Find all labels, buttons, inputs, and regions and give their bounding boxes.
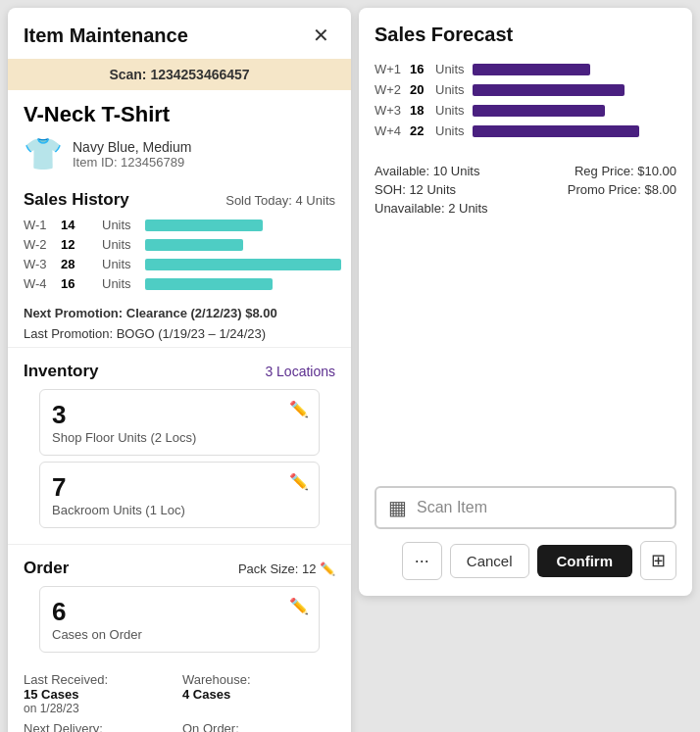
forecast-bars: W+1 16 Units W+2 20 Units W+3 18 Units W… [375,62,676,144]
cases-edit-icon[interactable]: ✏️ [289,597,309,615]
backroom-box: 7 Backroom Units (1 Loc) ✏️ [39,462,320,528]
cases-on-order-box: 6 Cases on Order ✏️ [39,586,320,653]
cancel-button[interactable]: Cancel [450,544,529,578]
forecast-units-label: Units [435,123,467,138]
tshirt-icon: 👕 [24,135,63,172]
forecast-units-label: Units [435,103,467,118]
pack-size: Pack Size: 12 ✏️ [238,561,335,576]
forecast-bar [473,125,639,137]
item-detail-row: 👕 Navy Blue, Medium Item ID: 123456789 [24,135,335,172]
forecast-week: W+3 [375,103,404,118]
forecast-row: W+1 16 Units [375,62,676,76]
bar-container [145,220,335,231]
last-received-date: on 1/28/23 [24,702,176,715]
forecast-bar [473,64,590,75]
inventory-section: Inventory 3 Locations 3 Shop Floor Units… [8,352,351,540]
units-suffix: Units [102,237,131,252]
scan-input-row[interactable]: ▦ Scan Item [375,486,676,529]
sold-today: Sold Today: 4 Units [225,193,335,208]
grid-view-button[interactable]: ⊞ [640,541,676,580]
scan-value: 1234253466457 [150,67,249,82]
forecast-bar [473,84,625,96]
locations-link[interactable]: 3 Locations [265,364,335,379]
item-color-size: Navy Blue, Medium [73,139,191,155]
item-name: V-Neck T-Shirt [24,102,335,127]
next-promo-value: Clearance (2/12/23) $8.00 [126,306,277,320]
sales-history-section: Sales History Sold Today: 4 Units W-1 14… [8,180,351,302]
bar-container [145,239,335,251]
bar [145,278,273,290]
forecast-bar-container [473,84,676,96]
units-suffix: Units [102,257,131,271]
sales-forecast-panel: Sales Forecast W+1 16 Units W+2 20 Units… [359,8,692,596]
history-row: W-3 28 Units [24,257,335,271]
units-suffix: Units [102,218,131,232]
next-delivery-label: Next Delivery: [24,721,176,732]
item-maintenance-panel: Item Maintenance ✕ Scan: 1234253466457 V… [8,8,351,732]
bar [145,220,263,231]
forecast-units: 16 [410,62,429,76]
forecast-units: 18 [410,103,429,118]
last-received: Last Received: 15 Cases on 1/28/23 [24,672,176,715]
stat-unavailable: Unavailable: 2 Units [375,201,518,216]
action-buttons-row: ··· Cancel Confirm ⊞ [375,541,676,580]
week-label: W-2 [24,237,53,252]
forecast-row: W+4 22 Units [375,123,676,138]
on-order-label: On Order: [182,721,335,732]
history-row: W-4 16 Units [24,276,335,291]
backroom-number: 7 [52,472,307,503]
week-label: W-4 [24,276,53,291]
next-delivery: Next Delivery: 5 Cases on 3/15/23 [24,721,176,732]
next-promo: Next Promotion: Clearance (2/12/23) $8.0… [8,302,351,322]
scan-label: Scan: [109,67,146,82]
more-options-button[interactable]: ··· [402,542,442,580]
inventory-title: Inventory [24,362,99,381]
confirm-button[interactable]: Confirm [537,545,633,577]
pack-edit-icon[interactable]: ✏️ [320,561,335,576]
sales-history-title: Sales History [24,190,129,210]
order-details-grid: Last Received: 15 Cases on 1/28/23 Wareh… [8,664,351,732]
stat-soh: SOH: 12 Units [375,182,518,197]
shop-floor-number: 3 [52,400,307,430]
forecast-bar-container [473,64,676,75]
units-value: 14 [61,218,98,232]
warehouse-label: Warehouse: [182,672,335,687]
shop-floor-edit-icon[interactable]: ✏️ [289,400,309,418]
history-row: W-2 12 Units [24,237,335,252]
last-received-label: Last Received: [24,672,176,687]
stats-grid: Available: 10 Units Reg Price: $10.00 SO… [375,164,676,216]
history-row: W-1 14 Units [24,218,335,232]
warehouse: Warehouse: 4 Cases [182,672,335,715]
cases-number: 6 [52,597,307,627]
sales-history-bars: W-1 14 Units W-2 12 Units W-3 28 Units W… [24,218,335,291]
barcode-icon: ▦ [388,496,407,519]
backroom-label: Backroom Units (1 Loc) [52,503,307,517]
item-id: Item ID: 123456789 [73,155,191,170]
forecast-week: W+4 [375,123,404,138]
forecast-bar [473,105,605,117]
scan-item-placeholder: Scan Item [417,499,663,516]
units-suffix: Units [102,276,131,291]
forecast-title: Sales Forecast [375,24,676,46]
units-value: 16 [61,276,98,291]
stat-reg-price: Reg Price: $10.00 [533,164,676,178]
order-header: Order Pack Size: 12 ✏️ [24,559,335,578]
last-promo: Last Promotion: BOGO (1/19/23 – 1/24/23) [8,322,351,343]
shop-floor-label: Shop Floor Units (2 Locs) [52,430,307,445]
item-info: V-Neck T-Shirt 👕 Navy Blue, Medium Item … [8,90,351,180]
pack-size-label: Pack Size: 12 [238,561,317,576]
forecast-week: W+2 [375,82,404,97]
warehouse-value: 4 Cases [182,687,335,702]
order-title: Order [24,559,69,578]
order-section: Order Pack Size: 12 ✏️ 6 Cases on Order … [8,549,351,664]
stat-promo-price: Promo Price: $8.00 [533,182,676,197]
panel-title: Item Maintenance [24,24,188,47]
cases-label: Cases on Order [52,627,307,642]
last-received-value: 15 Cases [24,687,176,702]
forecast-bar-container [473,125,676,137]
forecast-units-label: Units [435,62,467,76]
week-label: W-1 [24,218,53,232]
close-button[interactable]: ✕ [307,22,335,49]
sales-history-header: Sales History Sold Today: 4 Units [24,190,335,210]
backroom-edit-icon[interactable]: ✏️ [289,472,309,491]
